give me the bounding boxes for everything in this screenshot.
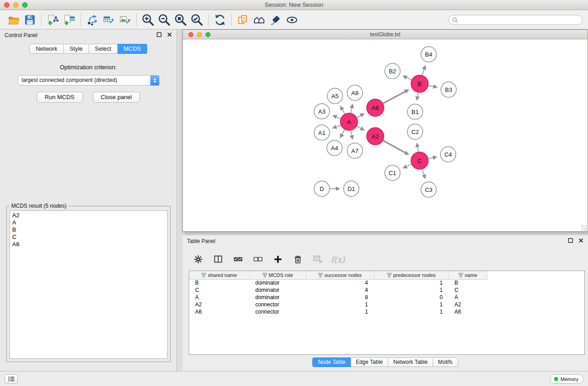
minimize-network-window-button[interactable] [197,32,202,37]
import-network-from-file-button[interactable] [45,12,61,28]
tab-network-table[interactable]: Network Table [388,357,433,367]
table-cell[interactable]: B [189,279,249,286]
search-field[interactable] [449,15,583,25]
edge-A-A1[interactable] [333,125,340,128]
graph-node-A2[interactable]: A2 [367,128,384,145]
tab-select[interactable]: Select [89,44,118,54]
table-mode-button[interactable] [191,253,205,266]
deselect-all-columns-button[interactable] [251,253,265,266]
task-history-button[interactable] [5,374,18,384]
tab-motifs[interactable]: Motifs [433,357,458,367]
column-header-predecessor-nodes[interactable]: predecessor nodes [374,271,449,279]
graph-node-B[interactable]: B [411,75,428,92]
table-cell[interactable]: dominator [249,279,306,286]
table-cell[interactable]: dominator [249,286,306,294]
result-item[interactable]: C [12,234,165,241]
table-cell[interactable]: 8 [306,294,374,301]
edge-A-A7[interactable] [351,131,353,139]
graph-node-B1[interactable]: B1 [407,104,423,119]
edge-B-B3[interactable] [429,86,437,87]
edge-A-A5[interactable] [340,106,344,114]
close-panel-button[interactable]: Close panel [93,92,140,103]
graph-node-A3[interactable]: A3 [314,104,330,119]
float-panel-button[interactable] [157,32,162,38]
edge-A6-B[interactable] [383,90,409,103]
graph-node-A7[interactable]: A7 [347,143,363,158]
result-item[interactable]: B [12,226,165,234]
table-row[interactable]: Adominator80A [189,294,584,301]
table-cell[interactable]: 1 [306,301,374,308]
table-row[interactable]: Cdominator41C [189,286,584,294]
table-row[interactable]: Bdominator41B [189,279,584,286]
table-cell[interactable]: 1 [374,279,449,286]
table-cell[interactable]: dominator [249,294,306,301]
graph-node-C2[interactable]: C2 [407,124,423,139]
table-cell[interactable]: connector [249,301,306,308]
open-file-button[interactable] [5,12,22,28]
documents-button[interactable] [235,12,251,28]
show-graphics-details-button[interactable] [284,12,300,28]
save-session-button[interactable] [22,12,38,28]
zoom-out-button[interactable] [156,12,172,28]
edge-A-A3[interactable] [333,115,340,118]
table-cell[interactable]: 0 [374,294,449,301]
graph-node-A5[interactable]: A5 [327,88,343,104]
table-cell[interactable]: C [189,286,249,294]
edge-B-B2[interactable] [403,76,411,80]
graph-node-A4[interactable]: A4 [327,140,342,156]
zoom-selected-region-button[interactable] [189,12,205,28]
column-header-name[interactable]: name [449,271,487,279]
apply-layout-button[interactable] [212,12,228,28]
tab-mcds[interactable]: MCDS [118,44,147,54]
table-cell[interactable]: 1 [374,286,449,294]
float-table-panel-button[interactable] [568,238,574,243]
result-item[interactable]: A2 [12,212,165,219]
graph-node-C1[interactable]: C1 [385,165,400,181]
edge-B-B4[interactable] [422,66,425,75]
home-button[interactable] [251,12,268,28]
graph-node-A8[interactable]: A8 [347,85,363,100]
edge-C-C4[interactable] [429,157,437,159]
column-header-shared-name[interactable]: shared name [189,271,249,279]
zoom-window-button[interactable] [22,2,28,8]
table-row[interactable]: A2connector11A2 [189,301,584,308]
optimization-dropdown[interactable]: largest connected component (directed) [18,75,159,86]
table-cell[interactable]: A2 [189,301,249,308]
table-cell[interactable]: connector [249,308,306,315]
tab-node-table[interactable]: Node Table [312,357,351,367]
delete-table-button[interactable] [311,253,325,266]
table-cell[interactable]: A6 [189,308,249,315]
table-cell[interactable]: A [189,294,249,301]
graph-node-A1[interactable]: A1 [314,125,330,140]
create-column-button[interactable] [271,253,285,266]
close-control-panel-button[interactable] [167,32,172,38]
column-header-successor-nodes[interactable]: successor nodes [306,271,374,279]
table-cell[interactable]: 4 [306,279,374,286]
edge-A-A8[interactable] [351,105,353,113]
graph-node-B3[interactable]: B3 [441,82,456,97]
graph-node-D[interactable]: D [314,181,330,196]
close-window-button[interactable] [4,2,10,8]
delete-columns-button[interactable] [291,253,305,266]
network-canvas[interactable]: B4B2BB3A8A5A6A3B1AC2A1A2A4A7C4CC1DD1C3 [183,39,588,231]
edge-C-C3[interactable] [422,169,425,178]
table-cell[interactable]: B [449,279,487,286]
tab-style[interactable]: Style [64,44,89,54]
minimize-window-button[interactable] [13,2,19,8]
graph-node-C4[interactable]: C4 [440,147,456,162]
export-table-button[interactable] [100,12,117,28]
zoom-network-window-button[interactable] [206,32,210,37]
annotations-button[interactable] [268,12,284,28]
table-cell[interactable]: 1 [374,301,449,308]
table-cell[interactable]: 1 [306,308,374,315]
table-cell[interactable]: A6 [449,308,487,315]
graph-node-C3[interactable]: C3 [421,182,436,197]
run-mcds-button[interactable]: Run MCDS [37,92,83,103]
table-row[interactable]: A6connector11A6 [189,308,584,315]
new-network-from-selection-button[interactable] [84,12,100,28]
graph-node-A[interactable]: A [340,113,358,130]
edge-A-A2[interactable] [357,126,364,130]
select-all-columns-button[interactable] [231,253,245,266]
edge-A2-C[interactable] [383,141,409,155]
graph-node-B4[interactable]: B4 [421,47,436,62]
